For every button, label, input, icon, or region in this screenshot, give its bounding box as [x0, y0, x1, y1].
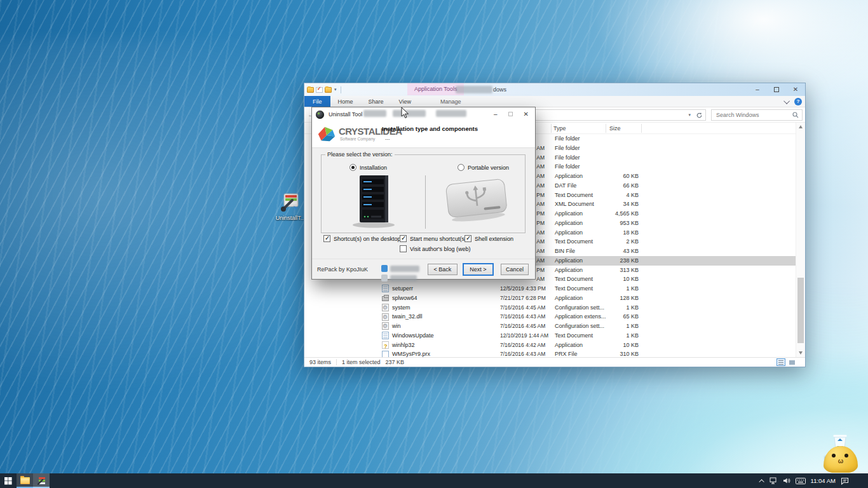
table-row[interactable]: WMSysPr9.prx7/16/2016 4:43 AMPRX File310… [304, 349, 796, 357]
scroll-up-arrow-icon[interactable] [799, 125, 803, 128]
tray-overflow-chevron-icon[interactable] [759, 479, 764, 484]
checkbox-desktop-shortcut[interactable]: Shortcut(s) on the desktop [323, 235, 401, 242]
tab-file[interactable]: File [304, 96, 330, 107]
details-view-button[interactable] [776, 358, 785, 366]
next-button[interactable]: Next > [463, 263, 494, 276]
help-icon [382, 341, 389, 349]
file-name-cell: WMSysPr9.prx [382, 349, 494, 357]
table-row[interactable]: WindowsUpdate12/10/2019 1:44 AMText Docu… [304, 331, 796, 341]
taskbar-file-explorer-button[interactable] [17, 473, 33, 488]
scrollbar-thumb[interactable] [797, 278, 804, 343]
dialog-body: Please select the version: Installation … [312, 148, 535, 260]
size-cell: 34 KB [603, 200, 639, 209]
scroll-down-arrow-icon[interactable] [799, 351, 803, 355]
action-center-icon[interactable] [841, 477, 849, 485]
dialog-footer: RePack by KpoJIuK < Back Next > Cancel [312, 259, 535, 279]
search-box[interactable] [711, 109, 803, 121]
radio-icon[interactable] [349, 164, 356, 171]
checkbox-start-menu-shortcut[interactable]: Start menu shortcut(s) [400, 235, 466, 242]
type-cell: File folder [555, 162, 607, 172]
radio-portable-version[interactable]: Portable version [458, 164, 509, 171]
radio-installation[interactable]: Installation [349, 164, 387, 171]
censored-file-icon [381, 265, 388, 272]
quick-access-toolbar: ▾ [304, 86, 341, 93]
column-header-size[interactable]: Size [609, 125, 621, 132]
search-input[interactable] [715, 111, 792, 119]
large-icons-view-button[interactable] [787, 358, 796, 366]
back-button[interactable]: < Back [428, 264, 458, 275]
vertical-scrollbar[interactable] [796, 123, 805, 357]
type-cell: Text Document [555, 274, 607, 284]
minimize-button[interactable]: – [748, 83, 767, 96]
table-row[interactable]: splwow647/21/2017 6:28 PMApplication128 … [304, 294, 796, 303]
new-folder-icon[interactable] [325, 87, 332, 93]
uninstall-tool-taskbar-icon [37, 477, 46, 485]
close-button[interactable]: ✕ [786, 83, 805, 96]
tab-share[interactable]: Share [361, 96, 391, 107]
date-modified-cell: 7/16/2016 4:45 AM [495, 303, 548, 313]
table-row[interactable]: setuperr12/5/2019 4:33 PMText Document1 … [304, 284, 796, 294]
file-name: WMSysPr9.prx [392, 349, 430, 357]
checkbox-icon[interactable] [400, 235, 407, 242]
file-name: win [392, 322, 401, 331]
date-modified-cell: 7/21/2017 6:28 PM [495, 294, 548, 303]
type-cell: Application [555, 341, 607, 350]
dialog-minimize-button[interactable]: – [494, 111, 498, 118]
type-cell: Text Document [555, 331, 607, 341]
cancel-button[interactable]: Cancel [501, 264, 529, 275]
refresh-icon[interactable] [696, 112, 703, 119]
radio-icon[interactable] [458, 164, 465, 171]
checkbox-icon[interactable] [323, 235, 330, 242]
taskbar-uninstall-tool-button[interactable] [33, 473, 50, 488]
address-dropdown-chevron-icon[interactable]: ▾ [688, 112, 691, 118]
help-icon[interactable]: ? [794, 98, 802, 105]
file-name: splwow64 [392, 294, 417, 303]
file-name-cell: twain_32.dll [382, 312, 494, 322]
network-icon[interactable] [770, 477, 778, 484]
properties-icon[interactable] [316, 87, 323, 93]
size-cell [603, 144, 639, 153]
type-cell: BIN File [555, 247, 607, 256]
file-name-cell: splwow64 [382, 294, 494, 303]
table-row[interactable]: winhlp327/16/2016 4:42 AMApplication10 K… [304, 341, 796, 350]
censor-patch-filename [390, 275, 417, 281]
file-name: setuperr [392, 284, 413, 294]
portable-usb-drive-image [440, 175, 513, 225]
type-cell: Application [555, 172, 607, 181]
type-cell: File folder [555, 134, 607, 144]
size-cell: 1 KB [603, 331, 639, 341]
checkbox-visit-blog[interactable]: Visit author's blog (web) [400, 245, 471, 252]
checkbox-icon[interactable] [400, 245, 407, 252]
maximize-button[interactable] [767, 83, 786, 96]
keyboard-icon[interactable] [796, 478, 806, 484]
ribbon-expand-chevron-icon[interactable] [783, 98, 790, 104]
folder-icon[interactable] [307, 87, 314, 93]
window-title: dows [456, 85, 506, 93]
clock[interactable]: 11:04 AM [811, 477, 836, 484]
table-row[interactable]: win7/16/2016 4:45 AMConfiguration sett..… [304, 322, 796, 331]
divider [425, 175, 426, 229]
table-row[interactable]: system7/16/2016 4:45 AMConfiguration set… [304, 303, 796, 313]
server-tower-image [344, 172, 405, 229]
text-doc-icon [382, 332, 389, 339]
tab-manage[interactable]: Manage [433, 96, 469, 107]
dialog-close-button[interactable]: ✕ [524, 111, 529, 118]
version-groupbox: Please select the version: Installation … [321, 154, 526, 233]
column-header-type[interactable]: Type [553, 125, 566, 132]
config-icon [382, 304, 389, 311]
volume-icon[interactable] [783, 477, 790, 484]
start-button[interactable] [0, 473, 17, 488]
size-cell: 18 KB [603, 228, 639, 238]
size-cell: 43 KB [603, 247, 639, 256]
date-modified-cell: 7/16/2016 4:45 AM [495, 322, 548, 331]
file-name: system [392, 303, 410, 313]
file-name-cell: system [382, 303, 494, 313]
type-cell: File folder [555, 144, 607, 153]
checkbox-icon[interactable] [465, 235, 471, 242]
tab-home[interactable]: Home [330, 96, 361, 107]
tab-view[interactable]: View [391, 96, 419, 107]
table-row[interactable]: twain_32.dll7/16/2016 4:43 AMApplication… [304, 312, 796, 322]
qat-customize-chevron-icon[interactable]: ▾ [334, 87, 337, 92]
checkbox-shell-extension[interactable]: Shell extension [465, 235, 513, 242]
size-cell: 1 KB [603, 303, 639, 313]
